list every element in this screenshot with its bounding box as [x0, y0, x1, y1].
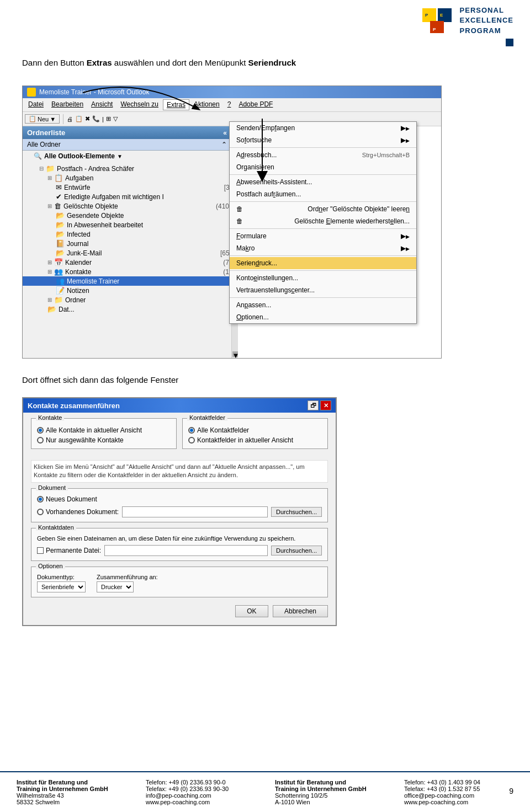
all-outlook-label: Alle Outlook-Elemente	[44, 152, 115, 160]
dokument-section: Dokument Neues Dokument Vorhandenes Doku…	[31, 488, 328, 522]
dialog-titlebar-buttons: 🗗 ✕	[308, 400, 331, 410]
footer-col2-line1: Telefon: +49 (0) 2336.93 90-0	[146, 779, 255, 786]
footer-col3: Institut für Beratung undTraining in Unt…	[275, 779, 384, 805]
footer-col2-line3: info@pep-coaching.com	[146, 792, 255, 799]
durchsuchen-label-kontaktdaten: Durchsuchen...	[276, 547, 317, 554]
neues-dokument-radio[interactable]	[37, 496, 44, 503]
dialog-restore-button[interactable]: 🗗	[308, 400, 319, 410]
dokument-section-title: Dokument	[36, 484, 68, 491]
dropdown-label-wiederherstellen: Gelöschte Elemente wiederherstellen...	[294, 217, 410, 225]
outlook-icon	[27, 88, 36, 97]
submenu-arrow-formulare: ▶	[401, 232, 410, 240]
dropdown-makro[interactable]: Makro ▶	[230, 242, 416, 254]
vorhandenes-dokument-option[interactable]: Vorhandenes Dokument:	[37, 508, 119, 516]
info-text-content: Klicken Sie im Menü "Ansicht" auf "Aktue…	[34, 463, 305, 478]
vorhandenes-dokument-radio[interactable]	[37, 509, 44, 515]
folder-memoliste[interactable]: 👥 Memoliste Trainer	[23, 276, 231, 286]
permanente-datei-option[interactable]: Permanente Datei:	[37, 547, 101, 554]
zusammenfuehrung-group: Zusammenführung an: Drucker	[97, 574, 158, 592]
folder-icon-notizen: 📝	[56, 286, 65, 295]
dropdown-label-seriendruck: Seriendruck...	[236, 259, 277, 267]
dokument-durchsuchen-button[interactable]: Durchsuchen...	[271, 507, 322, 517]
folder-notizen[interactable]: 📝 Notizen	[23, 286, 231, 295]
folder-entwuerfe[interactable]: ✉ Entwürfe [3]	[23, 183, 231, 192]
folder-abwesenheit[interactable]: 📂 In Abwesenheit bearbeitet	[23, 220, 231, 229]
extras-bold: Extras	[87, 58, 112, 67]
folder-gesendete[interactable]: 📂 Gesendete Objekte	[23, 211, 231, 220]
permanente-datei-row: Permanente Datei: Durchsuchen...	[37, 545, 322, 556]
collapse-icon[interactable]: «	[223, 129, 227, 137]
folder-icon-aufgaben: 📋	[54, 174, 63, 182]
kontaktdaten-info: Geben Sie einen Dateinamen an, um diese …	[37, 535, 322, 542]
dropdown-sep-5	[230, 255, 416, 256]
folder-postfach[interactable]: ⊟ 📁 Postfach - Andrea Schäfer	[23, 164, 231, 173]
logo-text: PERSONAL EXCELLENCE PROGRAM	[460, 6, 513, 36]
dropdown-anpassen[interactable]: Anpassen...	[230, 299, 416, 311]
dropdown-postfach[interactable]: Postfach aufräumen...	[230, 188, 416, 200]
logo-square	[506, 39, 513, 46]
footer-col3-line1: Schottenring 10/2/5	[275, 792, 384, 799]
kontaktfelder-aktuell-radio[interactable]	[188, 437, 195, 444]
curved-arrow-icon	[72, 82, 237, 127]
vorhandenes-dokument-input[interactable]	[122, 506, 268, 517]
folder-erledigte[interactable]: ✔ Erledigte Aufgaben mit wichtigen I	[23, 192, 231, 201]
kontakte-ausgewaehlte-label: Nur ausgewählte Kontakte	[46, 436, 124, 444]
kontaktdaten-durchsuchen-button[interactable]: Durchsuchen...	[271, 546, 322, 555]
kontaktfelder-aktuell-option[interactable]: Kontaktfelder in aktueller Ansicht	[188, 436, 322, 444]
neues-dokument-label: Neues Dokument	[46, 495, 97, 503]
kontaktfelder-alle-radio[interactable]	[188, 427, 195, 434]
neues-dokument-option[interactable]: Neues Dokument	[37, 495, 322, 503]
dropdown-ordner-leeren[interactable]: 🗑 Ordner "Gelöschte Objekte" leeren	[230, 203, 416, 215]
svg-text:P: P	[425, 13, 428, 18]
permanente-datei-checkbox[interactable]	[37, 547, 44, 554]
alle-ordner-arrows[interactable]: ⌃	[221, 141, 227, 148]
folder-dat[interactable]: 📂 Dat...	[23, 304, 231, 314]
folder-ordner[interactable]: ⊞ 📁 Ordner	[23, 295, 231, 304]
neu-button[interactable]: 📋 Neu ▼	[25, 114, 60, 124]
kontakte-ausgewaehlte-radio[interactable]	[37, 437, 44, 444]
icon-ordner-leeren: 🗑	[236, 205, 243, 213]
dropdown-seriendruck[interactable]: Seriendruck...	[230, 257, 416, 269]
kontaktfelder-alle-option[interactable]: Alle Kontaktfelder	[188, 426, 322, 434]
folder-infected[interactable]: 📂 Infected	[23, 229, 231, 239]
folder-name-entwuerfe: Entwürfe	[64, 184, 222, 191]
menu-datei[interactable]: Datei	[25, 99, 47, 110]
expand-icon-ordner: ⊞	[47, 297, 52, 303]
kontakte-alle-option[interactable]: Alle Kontakte in aktueller Ansicht	[37, 426, 171, 434]
folder-aufgaben[interactable]: ⊞ 📋 Aufgaben	[23, 173, 231, 183]
folder-junk[interactable]: 📂 Junk-E-Mail [65]	[23, 248, 231, 258]
kontakte-ausgewaehlte-option[interactable]: Nur ausgewählte Kontakte	[37, 436, 171, 444]
instruction-text-1: Dann den Button Extras auswählen und dor…	[22, 58, 296, 67]
dokumenttyp-select[interactable]: Serienbriefe	[37, 581, 86, 592]
folder-geloeschte[interactable]: ⊞ 🗑 Gelöschte Objekte (410)	[23, 201, 231, 211]
folder-journal[interactable]: 📔 Journal	[23, 239, 231, 248]
dropdown-geloeschte-wiederherstellen[interactable]: 🗑 Gelöschte Elemente wiederherstellen...	[230, 215, 416, 227]
ordnerliste-label: Ordnerliste	[27, 129, 65, 137]
kontakte-alle-radio[interactable]	[37, 427, 44, 434]
ok-button[interactable]: OK	[235, 605, 268, 617]
expand-icon: ⊟	[39, 165, 44, 172]
kontaktfelder-aktuell-label: Kontaktfelder in aktueller Ansicht	[197, 436, 293, 444]
folder-icon-ordner: 📁	[54, 296, 63, 304]
abbrechen-button[interactable]: Abbrechen	[273, 605, 328, 617]
zusammenfuehrung-select[interactable]: Drucker	[97, 581, 134, 592]
restore-icon: 🗗	[310, 402, 316, 409]
icon-wiederherstellen: 🗑	[236, 217, 243, 225]
folder-kalender[interactable]: ⊞ 📅 Kalender (7)	[23, 258, 231, 267]
neu-label: Neu	[38, 116, 49, 122]
kontaktdaten-section: Kontaktdaten Geben Sie einen Dateinamen …	[31, 528, 328, 561]
dropdown-formulare[interactable]: Formulare ▶	[230, 230, 416, 242]
dropdown-kontoeinstellungen[interactable]: Kontoeinstellungen...	[230, 272, 416, 284]
permanente-datei-input[interactable]	[104, 545, 268, 556]
all-outlook-row[interactable]: 🔍 Alle Outlook-Elemente ▼	[23, 151, 231, 162]
dropdown-optionen[interactable]: Optionen...	[230, 311, 416, 323]
folder-kontakte[interactable]: ⊞ 👥 Kontakte (1)	[23, 267, 231, 276]
dialog-footer: OK Abbrechen	[31, 603, 328, 619]
dialog-body: Kontakte Alle Kontakte in aktueller Ansi…	[23, 413, 336, 625]
dropdown-vertrauen[interactable]: Vertrauenstellungscenter...	[230, 284, 416, 296]
folder-name-memoliste: Memoliste Trainer	[67, 277, 231, 285]
menu-adobe[interactable]: Adobe PDF	[235, 99, 276, 110]
dialog-close-button[interactable]: ✕	[320, 400, 331, 410]
kontakte-section: Kontakte Alle Kontakte in aktueller Ansi…	[31, 418, 177, 449]
kontakte-section-title: Kontakte	[36, 414, 64, 421]
